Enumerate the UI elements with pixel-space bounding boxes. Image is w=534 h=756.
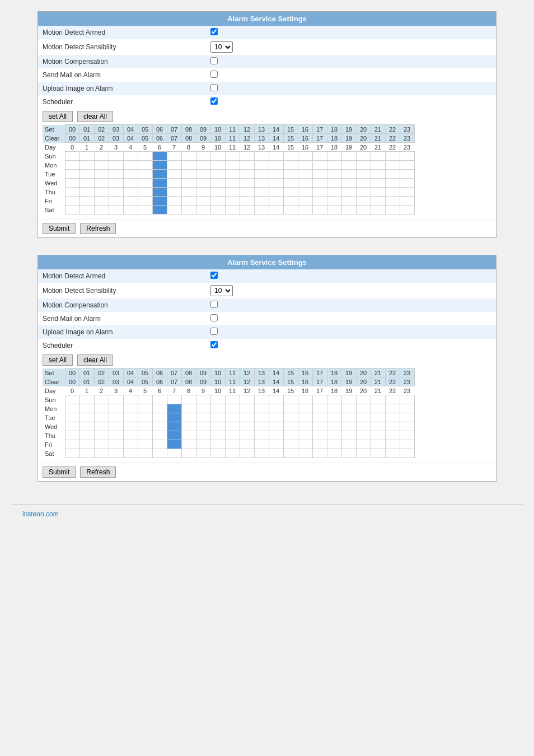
cell-1-wed-0[interactable] [65, 179, 79, 188]
field-value-1-3[interactable] [206, 68, 496, 82]
cell-1-thu-2[interactable] [94, 188, 109, 197]
submit-button-2[interactable]: Submit [43, 466, 76, 478]
clear-hour-1-1[interactable]: 01 [79, 134, 94, 143]
cell-2-tue-3[interactable] [109, 413, 123, 422]
cell-1-fri-9[interactable] [196, 197, 210, 206]
set-hour-1-1[interactable]: 01 [79, 125, 94, 134]
clear-hour-2-17[interactable]: 17 [312, 377, 327, 386]
field-value-2-4[interactable] [206, 325, 496, 339]
cell-1-tue-8[interactable] [181, 170, 196, 179]
cell-2-sat-17[interactable] [312, 449, 327, 458]
cell-1-wed-2[interactable] [94, 179, 109, 188]
cell-1-sat-2[interactable] [94, 206, 109, 214]
checkbox-1-5[interactable] [210, 97, 218, 105]
cell-1-wed-19[interactable] [341, 179, 356, 188]
cell-2-tue-17[interactable] [312, 413, 327, 422]
cell-1-thu-21[interactable] [371, 188, 385, 197]
clear-hour-2-2[interactable]: 02 [94, 377, 109, 386]
cell-2-sun-21[interactable] [371, 395, 385, 404]
set-hour-1-12[interactable]: 12 [240, 125, 254, 134]
cell-2-tue-21[interactable] [371, 413, 385, 422]
cell-1-fri-7[interactable] [167, 197, 181, 206]
cell-1-sun-11[interactable] [225, 152, 240, 161]
set-hour-1-0[interactable]: 00 [65, 125, 79, 134]
cell-1-tue-21[interactable] [371, 170, 385, 179]
clear-hour-1-13[interactable]: 13 [254, 134, 269, 143]
clear-hour-2-7[interactable]: 07 [167, 377, 181, 386]
set-hour-1-18[interactable]: 18 [327, 125, 341, 134]
cell-1-sat-6[interactable] [152, 206, 167, 214]
set-hour-1-20[interactable]: 20 [356, 125, 371, 134]
cell-2-sat-14[interactable] [269, 449, 283, 458]
cell-2-wed-14[interactable] [269, 422, 283, 431]
clear-hour-1-3[interactable]: 03 [109, 134, 123, 143]
cell-1-sun-19[interactable] [341, 152, 356, 161]
cell-1-thu-3[interactable] [109, 188, 123, 197]
set-hour-2-13[interactable]: 13 [254, 368, 269, 377]
cell-2-wed-22[interactable] [385, 422, 400, 431]
cell-1-wed-23[interactable] [400, 179, 414, 188]
cell-2-sun-11[interactable] [225, 395, 240, 404]
cell-1-tue-14[interactable] [269, 170, 283, 179]
cell-1-sat-9[interactable] [196, 206, 210, 214]
cell-1-thu-17[interactable] [312, 188, 327, 197]
cell-2-wed-8[interactable] [181, 422, 196, 431]
cell-1-tue-4[interactable] [123, 170, 138, 179]
cell-1-sun-7[interactable] [167, 152, 181, 161]
checkbox-1-0[interactable] [210, 28, 218, 35]
cell-2-sun-2[interactable] [94, 395, 109, 404]
cell-2-thu-12[interactable] [240, 431, 254, 440]
cell-2-wed-10[interactable] [210, 422, 225, 431]
clear-hour-2-6[interactable]: 06 [152, 377, 167, 386]
cell-2-sun-20[interactable] [356, 395, 371, 404]
cell-1-sun-1[interactable] [79, 152, 94, 161]
cell-2-sat-5[interactable] [138, 449, 152, 458]
set-hour-1-10[interactable]: 10 [210, 125, 225, 134]
cell-1-sat-19[interactable] [341, 206, 356, 214]
cell-2-thu-20[interactable] [356, 431, 371, 440]
cell-1-mon-15[interactable] [283, 161, 298, 170]
cell-2-tue-12[interactable] [240, 413, 254, 422]
cell-1-tue-17[interactable] [312, 170, 327, 179]
cell-2-sun-7[interactable] [167, 395, 181, 404]
cell-2-wed-17[interactable] [312, 422, 327, 431]
cell-1-wed-7[interactable] [167, 179, 181, 188]
cell-1-wed-13[interactable] [254, 179, 269, 188]
cell-2-thu-15[interactable] [283, 431, 298, 440]
cell-2-sat-13[interactable] [254, 449, 269, 458]
cell-2-mon-10[interactable] [210, 404, 225, 413]
cell-1-fri-18[interactable] [327, 197, 341, 206]
cell-2-thu-14[interactable] [269, 431, 283, 440]
cell-1-fri-10[interactable] [210, 197, 225, 206]
set-hour-2-2[interactable]: 02 [94, 368, 109, 377]
submit-button-1[interactable]: Submit [43, 223, 76, 234]
clear-hour-1-4[interactable]: 04 [123, 134, 138, 143]
cell-2-sat-9[interactable] [196, 449, 210, 458]
cell-1-wed-12[interactable] [240, 179, 254, 188]
cell-2-tue-14[interactable] [269, 413, 283, 422]
cell-2-thu-6[interactable] [152, 431, 167, 440]
cell-2-sun-5[interactable] [138, 395, 152, 404]
set-hour-1-16[interactable]: 16 [298, 125, 312, 134]
cell-1-thu-18[interactable] [327, 188, 341, 197]
clear-hour-2-14[interactable]: 14 [269, 377, 283, 386]
cell-1-sun-10[interactable] [210, 152, 225, 161]
cell-2-fri-0[interactable] [65, 440, 79, 449]
cell-2-tue-22[interactable] [385, 413, 400, 422]
cell-1-sat-23[interactable] [400, 206, 414, 214]
cell-1-thu-20[interactable] [356, 188, 371, 197]
cell-1-sun-15[interactable] [283, 152, 298, 161]
clear-hour-1-16[interactable]: 16 [298, 134, 312, 143]
cell-2-sat-22[interactable] [385, 449, 400, 458]
field-value-2-2[interactable] [206, 298, 496, 312]
cell-1-fri-22[interactable] [385, 197, 400, 206]
cell-1-sun-22[interactable] [385, 152, 400, 161]
clear-hour-2-5[interactable]: 05 [138, 377, 152, 386]
cell-1-sun-20[interactable] [356, 152, 371, 161]
set-hour-2-22[interactable]: 22 [385, 368, 400, 377]
cell-1-fri-15[interactable] [283, 197, 298, 206]
cell-2-sat-3[interactable] [109, 449, 123, 458]
cell-1-thu-13[interactable] [254, 188, 269, 197]
cell-1-fri-6[interactable] [152, 197, 167, 206]
set-hour-1-17[interactable]: 17 [312, 125, 327, 134]
